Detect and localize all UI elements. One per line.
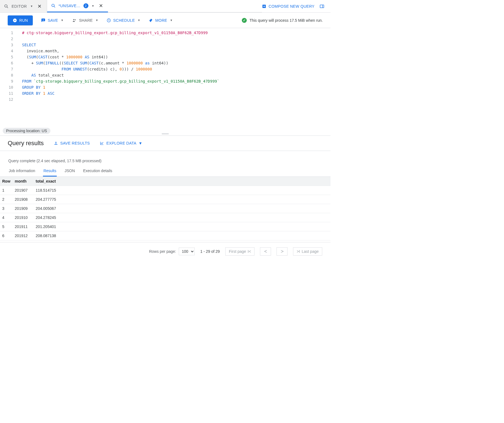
page-range: 1 - 29 of 29 bbox=[200, 249, 220, 254]
processing-location-badge: Processing location: US bbox=[3, 128, 50, 134]
rows-per-page-select[interactable]: 100 bbox=[179, 248, 195, 255]
magnify-icon bbox=[4, 4, 9, 9]
tab-editor-menu-arrow[interactable]: ▼ bbox=[30, 5, 34, 8]
query-validator: ✓ This query will process 17.5 MiB when … bbox=[242, 18, 323, 23]
svg-rect-3 bbox=[320, 5, 324, 8]
tab-unsaved-badge: 2 bbox=[83, 3, 88, 8]
rows-per-page-label: Rows per page: bbox=[149, 249, 176, 254]
query-results-title: Query results bbox=[8, 140, 44, 147]
table-row: 6201912208.087138 bbox=[0, 231, 330, 240]
plus-icon bbox=[262, 4, 266, 9]
share-icon bbox=[72, 18, 77, 23]
line-gutter: 123 456 789 101112 bbox=[0, 28, 17, 135]
clock-icon bbox=[107, 18, 111, 23]
tab-editor[interactable]: EDITOR ▼ ✕ bbox=[0, 0, 47, 12]
more-button[interactable]: MORE ▼ bbox=[149, 18, 173, 23]
share-button[interactable]: SHARE ▼ bbox=[72, 18, 98, 23]
chevron-down-icon: ▼ bbox=[138, 19, 140, 22]
svg-point-1 bbox=[52, 4, 54, 7]
download-icon bbox=[54, 141, 58, 145]
chevron-down-icon: ▼ bbox=[61, 19, 64, 22]
last-page-icon: >I bbox=[297, 249, 300, 254]
tab-unsaved-label: *UNSAVE… bbox=[59, 4, 81, 8]
chevron-left-icon: < bbox=[264, 249, 267, 254]
table-row: 3201909204.005067 bbox=[0, 204, 330, 213]
col-total-exact: total_exact bbox=[34, 177, 64, 186]
save-icon bbox=[41, 18, 45, 23]
play-icon bbox=[13, 18, 17, 23]
query-complete-message: Query complete (2.4 sec elapsed, 17.5 MB… bbox=[0, 151, 330, 166]
validator-message: This query will process 17.5 MiB when ru… bbox=[250, 18, 323, 23]
tab-execution-details[interactable]: Execution details bbox=[83, 166, 113, 177]
tab-unsaved-menu-arrow[interactable]: ▼ bbox=[91, 4, 95, 7]
svg-point-5 bbox=[73, 19, 74, 20]
save-button[interactable]: SAVE ▼ bbox=[41, 18, 64, 23]
table-row: 1201907118.514715 bbox=[0, 186, 330, 195]
run-label: RUN bbox=[19, 18, 28, 23]
svg-point-0 bbox=[5, 5, 7, 7]
schedule-button[interactable]: SCHEDULE ▼ bbox=[107, 18, 140, 23]
col-month: month bbox=[13, 177, 34, 186]
chart-icon bbox=[100, 141, 104, 145]
first-page-icon: I< bbox=[248, 249, 251, 254]
table-row: 5201911201.205401 bbox=[0, 222, 330, 231]
compose-label: COMPOSE NEW QUERY bbox=[269, 4, 315, 9]
gear-icon bbox=[149, 18, 153, 23]
chevron-right-icon: > bbox=[281, 249, 284, 254]
results-table: Row month total_exact 1201907118.5147152… bbox=[0, 177, 330, 240]
tab-job-information[interactable]: Job information bbox=[8, 166, 36, 177]
chevron-down-icon: ▼ bbox=[170, 19, 173, 22]
first-page-button[interactable]: First page I< bbox=[225, 247, 254, 256]
prev-page-button[interactable]: < bbox=[260, 247, 271, 256]
tab-unsaved[interactable]: *UNSAVE… 2 ▼ ✕ bbox=[47, 0, 108, 12]
next-page-button[interactable]: > bbox=[277, 247, 288, 256]
panel-toggle-icon[interactable] bbox=[319, 4, 324, 9]
save-results-button[interactable]: SAVE RESULTS bbox=[54, 141, 90, 145]
check-circle-icon: ✓ bbox=[242, 18, 247, 23]
chevron-down-icon: ▼ bbox=[139, 141, 142, 145]
compose-new-query-button[interactable]: COMPOSE NEW QUERY bbox=[262, 4, 315, 9]
magnify-icon bbox=[51, 3, 56, 8]
last-page-button[interactable]: >I Last page bbox=[293, 247, 322, 256]
code-content[interactable]: # ctg-storage.bigquery_billing_export.gc… bbox=[17, 28, 330, 135]
tab-editor-close-icon[interactable]: ✕ bbox=[36, 3, 43, 9]
table-row: 4201910204.278245 bbox=[0, 213, 330, 222]
tab-json[interactable]: JSON bbox=[64, 166, 75, 177]
tab-editor-label: EDITOR bbox=[12, 4, 27, 9]
resize-handle[interactable] bbox=[162, 133, 169, 134]
explore-data-button[interactable]: EXPLORE DATA ▼ bbox=[100, 141, 142, 145]
tab-results[interactable]: Results bbox=[43, 166, 57, 177]
table-row: 2201908204.277775 bbox=[0, 195, 330, 204]
tab-unsaved-close-icon[interactable]: ✕ bbox=[98, 3, 104, 9]
code-editor[interactable]: 123 456 789 101112 # ctg-storage.bigquer… bbox=[0, 28, 330, 135]
chevron-down-icon: ▼ bbox=[96, 19, 98, 22]
run-button[interactable]: RUN bbox=[8, 15, 33, 25]
col-row: Row bbox=[0, 177, 13, 186]
